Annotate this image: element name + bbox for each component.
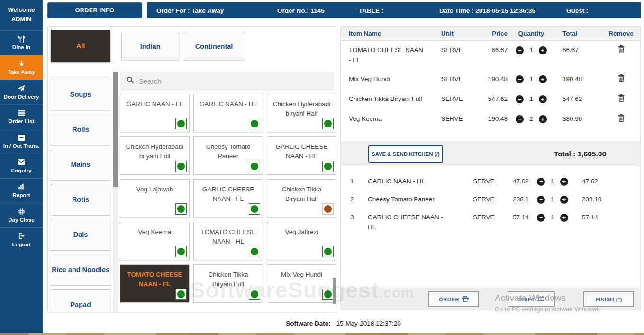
veg-dot [177, 205, 185, 213]
menu-panel: All Indian Continental SoupsRollsMainsRo… [47, 26, 336, 313]
shift-button[interactable]: SHIFT [508, 291, 555, 307]
cart-total: Total : 1,605.00 [554, 150, 606, 158]
menu-item-garlic-cheese-naan-hl[interactable]: GARLIC CHEESE NAAN - HL [267, 136, 336, 175]
paper-plane-icon [18, 85, 25, 92]
order-print-button[interactable]: ORDER [428, 291, 479, 307]
kitchen-row-number: 1 [350, 177, 368, 187]
menu-item-chicken-tikka-biryani-half[interactable]: Chicken Tikka Biryani Half [267, 179, 336, 217]
remove-item-button[interactable] [618, 74, 625, 83]
quantity-value: 1 [551, 195, 554, 205]
menu-item-chicken-tikka-biryani-full[interactable]: Chicken Tikka Biryani Full [193, 264, 263, 303]
date-time-field: Date Time : 2018-05-15 12:36:35 [439, 7, 566, 14]
sidebar-item-in-out-trans[interactable]: In / Out Trans. [0, 129, 43, 154]
decrease-quantity-button[interactable]: − [537, 178, 545, 186]
subcategory-dals[interactable]: Dals [51, 219, 110, 251]
sidebar-item-enquiry[interactable]: Enquiry [0, 154, 43, 178]
remove-item-button[interactable] [618, 45, 625, 54]
decrease-quantity-button[interactable]: − [516, 115, 524, 123]
kitchen-item-price: 238.1 [506, 195, 529, 205]
sidebar-item-dine-in[interactable]: Dine In [0, 30, 43, 55]
order-summary-panel: Item Name Unit Price Quantity Total Remo… [340, 26, 641, 310]
subcategory-mains[interactable]: Mains [51, 149, 110, 181]
save-send-kitchen-button[interactable]: SAVE & SEND KITCHEN (/) [368, 145, 443, 163]
cart-quantity-cell: −1+ [508, 94, 555, 104]
col-item-name: Item Name [341, 30, 441, 37]
menu-item-chicken-hyderabadi-biryani-full[interactable]: Chicken Hyderabadi biryani Full [120, 136, 190, 175]
tab-continental-label: Continental [195, 43, 233, 50]
tab-indian[interactable]: Indian [121, 33, 179, 60]
sidebar-item-report[interactable]: Report [0, 178, 43, 203]
kitchen-item-unit: SERVE [473, 213, 506, 223]
search-bar [120, 72, 335, 91]
subcategory-rice-and-noodles[interactable]: Rice and Noodles [51, 254, 110, 286]
menu-item-cheesy-tomato-paneer[interactable]: Cheesy Tomato Paneer [193, 136, 263, 175]
veg-indicator-icon [249, 161, 260, 172]
subcategory-rotis[interactable]: Rotis [51, 184, 110, 216]
increase-quantity-button[interactable]: + [539, 115, 547, 123]
veg-indicator-icon [322, 161, 334, 172]
subcategory-rolls[interactable]: Rolls [51, 114, 110, 145]
col-total: Total [555, 30, 605, 37]
menu-item-label: Veg Lajawab [136, 185, 173, 194]
increase-quantity-button[interactable]: + [539, 75, 547, 83]
menu-item-veg-lajawab[interactable]: Veg Lajawab [120, 179, 190, 217]
decrease-quantity-button[interactable]: − [516, 95, 524, 103]
subcategory-papad[interactable]: Papad [51, 289, 110, 313]
cart-row: TOMATO CHEESE NAAN - FLSERVE66.67−1+66.6… [341, 41, 640, 70]
veg-indicator-icon [175, 118, 187, 129]
veg-indicator-icon [322, 118, 334, 129]
menu-grid-scrollbar-handle[interactable] [333, 278, 336, 304]
menu-item-garlic-naan-hl[interactable]: GARLIC NAAN - HL [193, 94, 263, 132]
kitchen-item-unit: SERVE [473, 177, 506, 187]
cart-item-name: Veg Keema [341, 114, 441, 124]
increase-quantity-button[interactable]: + [539, 46, 547, 54]
menu-item-mix-veg-hundi[interactable]: Mix Veg Hundi [267, 264, 336, 303]
sidebar-item-label: Day Close [8, 217, 35, 223]
sidebar-item-label: Dine In [12, 44, 30, 51]
tab-all[interactable]: All [51, 30, 110, 62]
menu-item-garlic-cheese-naan-fl[interactable]: GARLIC CHEESE NAAN - FL [193, 179, 263, 217]
tab-continental[interactable]: Continental [183, 33, 245, 60]
cart-item-total: 380.96 [555, 114, 605, 124]
menu-item-chicken-hyderabadi-biryani-half[interactable]: Chicken Hyderabadi biryani Half [267, 94, 336, 132]
increase-quantity-button[interactable]: + [539, 95, 547, 103]
remove-item-button[interactable] [618, 114, 625, 123]
cart-item-unit: SERVE [441, 45, 483, 55]
cart-item-total: 547.62 [555, 94, 605, 104]
menu-item-tomato-cheese-naan-hl[interactable]: TOMATO CHEESE NAAN - HL [193, 222, 263, 260]
sidebar-item-door-delivery[interactable]: Door Delivery [0, 80, 43, 104]
remove-item-button[interactable] [618, 94, 625, 103]
sidebar-item-order-list[interactable]: Order List [0, 104, 43, 129]
subcategory-label: Papad [70, 301, 91, 309]
search-icon [127, 76, 134, 86]
bottom-actions-bar: ORDER SHIFT FINISH (*) [341, 288, 640, 310]
menu-item-veg-keema[interactable]: Veg Keema [120, 222, 190, 260]
increase-quantity-button[interactable]: + [560, 214, 568, 222]
sidebar-item-logout[interactable]: Logout [0, 227, 43, 252]
increase-quantity-button[interactable]: + [560, 196, 568, 204]
col-unit: Unit [441, 30, 483, 37]
veg-dot [177, 248, 185, 255]
search-input[interactable] [139, 77, 319, 85]
sidebar-item-day-close[interactable]: Day Close [0, 203, 43, 227]
decrease-quantity-button[interactable]: − [537, 196, 545, 204]
menu-item-label: Veg Keema [138, 227, 172, 237]
category-scrollbar[interactable] [113, 72, 118, 312]
decrease-quantity-button[interactable]: − [516, 75, 524, 83]
kitchen-row: 2Cheesy Tomato PaneerSERVE238.1−1+238.10 [341, 190, 640, 208]
order-info-button[interactable]: ORDER INFO [47, 2, 142, 18]
menu-item-tomato-cheese-naan-fl[interactable]: TOMATO CHEESE NAAN - FL [120, 264, 190, 303]
decrease-quantity-button[interactable]: − [516, 46, 524, 54]
menu-item-label: Chicken Tikka Biryani Full [198, 270, 258, 290]
category-scrollbar-handle[interactable] [113, 72, 118, 187]
sidebar-item-take-away[interactable]: Take Away [0, 55, 43, 80]
decrease-quantity-button[interactable]: − [537, 214, 545, 222]
menu-item-veg-jalfrezi[interactable]: Veg Jalfrezi [267, 222, 336, 260]
subcategory-soups[interactable]: Soups [51, 79, 110, 110]
increase-quantity-button[interactable]: + [560, 178, 568, 186]
menu-item-garlic-naan-fl[interactable]: GARLIC NAAN - FL [120, 94, 190, 132]
kitchen-row-number: 2 [350, 195, 368, 205]
cart-remove-cell [605, 45, 640, 56]
quantity-value: 1 [551, 213, 554, 223]
finish-button[interactable]: FINISH (*) [583, 291, 634, 307]
